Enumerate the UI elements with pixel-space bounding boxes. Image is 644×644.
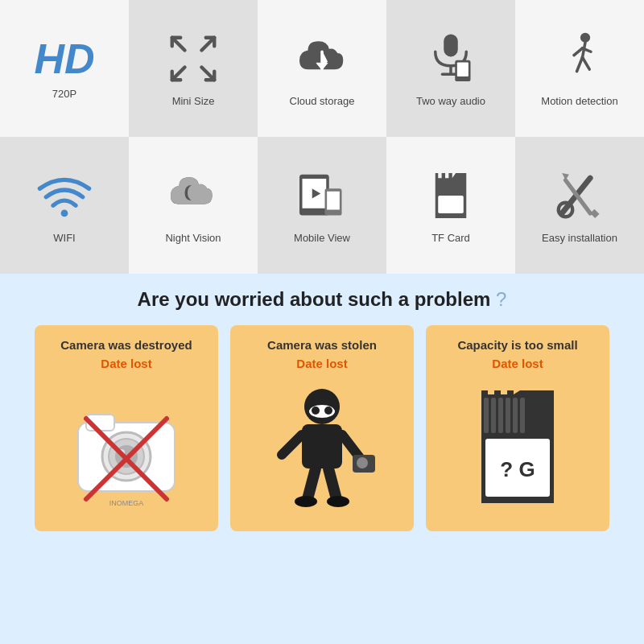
svg-rect-57	[513, 398, 518, 433]
mini-icon	[165, 31, 221, 87]
svg-rect-55	[498, 398, 503, 433]
feature-wifi-label: WIFI	[53, 232, 75, 244]
svg-point-18	[61, 209, 68, 217]
svg-line-44	[282, 435, 302, 455]
svg-rect-56	[506, 398, 510, 433]
problem-title: Are you worried about such a problem ?	[16, 288, 628, 311]
card-destroyed-image: INOMEGA	[44, 378, 208, 523]
tf-icon	[423, 167, 479, 224]
svg-point-51	[327, 496, 349, 507]
thief-svg	[258, 382, 386, 519]
feature-mobile-label: Mobile View	[294, 232, 350, 244]
motion-icon	[551, 31, 608, 87]
svg-point-47	[357, 457, 368, 469]
sd-card-svg: ? G	[461, 386, 574, 515]
svg-point-41	[312, 407, 320, 415]
svg-rect-22	[327, 191, 340, 209]
problem-card-stolen: Camera was stolen Date lost	[230, 325, 414, 531]
camera-broken-svg: INOMEGA	[62, 386, 191, 515]
feature-mini: Mini Size	[129, 0, 258, 137]
mobile-icon	[294, 167, 350, 224]
svg-rect-43	[302, 424, 342, 469]
feature-tf-label: TF Card	[431, 232, 470, 244]
card-capacity-subtitle: Date lost	[492, 357, 543, 370]
feature-night: Night Vision	[129, 137, 258, 274]
problem-card-capacity: Capacity is too small Date lost ? G	[426, 325, 609, 531]
problem-card-destroyed: Camera was destroyed Date lost INOMEGA	[35, 325, 218, 531]
feature-audio: Two way audio	[386, 0, 515, 137]
svg-text:INOMEGA: INOMEGA	[109, 499, 144, 507]
svg-text:? G: ? G	[500, 457, 535, 481]
night-icon	[165, 167, 221, 224]
svg-marker-28	[590, 208, 599, 217]
card-capacity-title: Capacity is too small	[457, 337, 577, 353]
svg-rect-58	[520, 398, 525, 433]
feature-motion-label: Motion detection	[541, 95, 617, 107]
feature-cloud: Cloud storage	[258, 0, 386, 137]
problem-cards: Camera was destroyed Date lost INOMEGA	[16, 325, 628, 531]
wifi-icon	[36, 167, 93, 224]
svg-line-16	[574, 47, 583, 55]
feature-mobile: Mobile View	[258, 137, 386, 274]
card-destroyed-subtitle: Date lost	[101, 357, 151, 370]
card-stolen-image	[240, 378, 404, 523]
svg-line-2	[172, 67, 185, 80]
svg-rect-24	[438, 196, 464, 213]
feature-cloud-label: Cloud storage	[290, 95, 355, 107]
feature-wifi: WIFI	[0, 137, 129, 274]
svg-rect-53	[484, 398, 489, 433]
svg-point-50	[295, 496, 317, 507]
features-grid: HD 720P Mini Size Cloud storage	[0, 0, 644, 274]
card-capacity-image: ? G	[436, 378, 600, 523]
svg-line-14	[577, 57, 583, 72]
cloud-icon	[294, 31, 350, 87]
svg-rect-11	[457, 62, 469, 76]
feature-tf: TF Card	[386, 137, 515, 274]
feature-hd: HD 720P	[0, 0, 129, 137]
feature-audio-label: Two way audio	[416, 95, 485, 107]
svg-line-1	[202, 37, 215, 50]
svg-point-42	[324, 407, 332, 415]
audio-icon	[423, 31, 479, 87]
svg-line-48	[308, 469, 316, 499]
svg-line-49	[328, 469, 336, 499]
svg-point-12	[580, 32, 590, 42]
feature-motion: Motion detection	[515, 0, 644, 137]
feature-hd-label: 720P	[52, 88, 76, 100]
svg-line-15	[583, 57, 590, 69]
card-stolen-title: Camera was stolen	[267, 337, 377, 353]
problem-section: Are you worried about such a problem ? C…	[0, 274, 644, 644]
svg-line-3	[202, 67, 215, 80]
question-mark: ?	[496, 288, 506, 310]
hd-icon: HD	[34, 38, 94, 80]
svg-rect-54	[491, 398, 496, 433]
svg-line-0	[172, 37, 185, 50]
install-icon	[551, 167, 608, 224]
feature-night-label: Night Vision	[165, 232, 221, 244]
card-stolen-subtitle: Date lost	[296, 357, 347, 370]
svg-rect-7	[444, 34, 458, 56]
card-destroyed-title: Camera was destroyed	[60, 337, 192, 353]
feature-mini-label: Mini Size	[172, 95, 215, 107]
feature-install: Easy installation	[515, 137, 644, 274]
feature-install-label: Easy installation	[542, 232, 617, 244]
svg-marker-29	[562, 173, 569, 180]
